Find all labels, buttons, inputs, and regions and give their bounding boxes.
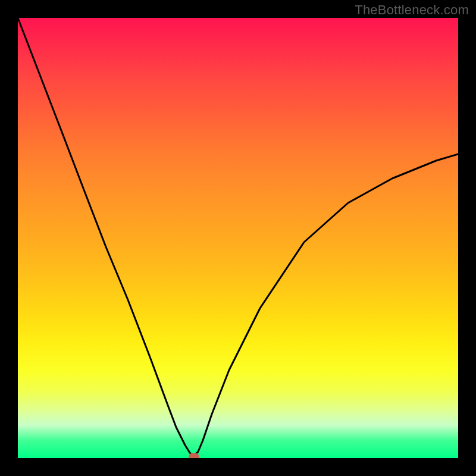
chart-plot-area <box>18 18 458 458</box>
chart-curve-svg <box>18 18 458 458</box>
watermark-text: TheBottleneck.com <box>355 2 469 18</box>
bottleneck-curve-path <box>18 18 458 455</box>
optimal-point-marker <box>189 453 199 458</box>
